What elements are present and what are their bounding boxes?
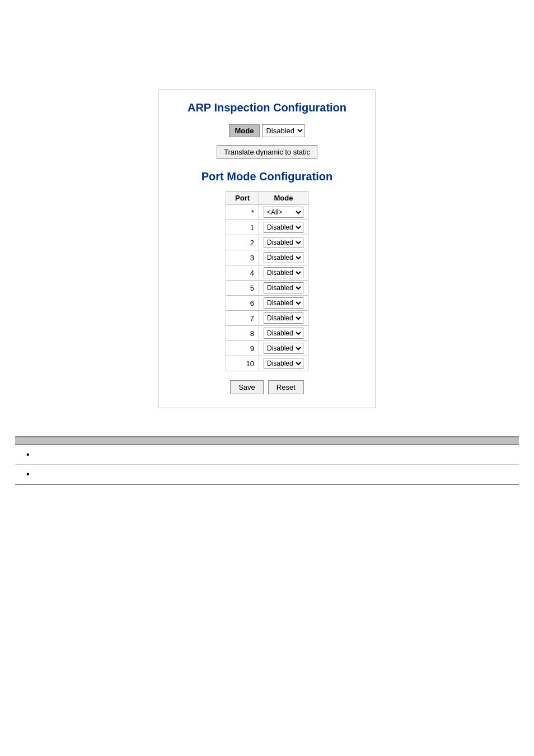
page-wrapper: ARP Inspection Configuration Mode Disabl… [0,0,534,485]
mode-cell: DisabledEnabledLog [259,356,308,371]
table-row: 2 DisabledEnabledLog [226,235,308,250]
port-cell: 8 [226,326,259,341]
port-mode-select-4[interactable]: DisabledEnabledLog [264,267,303,278]
table-row: 5 DisabledEnabledLog [226,281,308,296]
mode-select[interactable]: Disabled Enabled [262,124,305,137]
info-content-1 [110,445,519,465]
mode-cell: DisabledEnabledLog [259,281,308,296]
mode-row: Mode Disabled Enabled [175,124,359,137]
table-row: 6 DisabledEnabledLog [226,296,308,311]
mode-cell: DisabledEnabledLog [259,341,308,356]
info-row-1: • [15,445,519,465]
port-config-title: Port Mode Configuration [175,170,359,183]
port-cell: 3 [226,250,259,265]
port-cell: 2 [226,235,259,250]
info-bullet-2: • [15,465,110,485]
port-col-header: Port [226,192,259,205]
port-cell: 6 [226,296,259,311]
port-mode-select-6[interactable]: DisabledEnabledLog [264,297,303,309]
mode-cell: DisabledEnabledLog [259,296,308,311]
table-row: * <All> Disabled Enabled Log [226,205,308,220]
port-mode-select-3[interactable]: DisabledEnabledLog [264,252,303,263]
table-row: 10 DisabledEnabledLog [226,356,308,371]
port-mode-select-wildcard[interactable]: <All> Disabled Enabled Log [264,207,303,218]
info-table: • • [15,436,519,485]
port-mode-select-1[interactable]: DisabledEnabledLog [264,222,303,233]
table-row: 9 DisabledEnabledLog [226,341,308,356]
table-row: 8 DisabledEnabledLog [226,326,308,341]
info-bullet-1: • [15,445,110,465]
info-col-header-2 [110,437,519,445]
mode-cell: DisabledEnabledLog [259,235,308,250]
mode-cell: DisabledEnabledLog [259,250,308,265]
arp-config-title: ARP Inspection Configuration [175,101,359,114]
info-table-wrapper: • • [15,436,519,485]
table-row: 3 DisabledEnabledLog [226,250,308,265]
port-cell: 1 [226,220,259,235]
mode-col-header: Mode [259,192,308,205]
info-content-2 [110,465,519,485]
mode-cell: DisabledEnabledLog [259,326,308,341]
config-box: ARP Inspection Configuration Mode Disabl… [158,90,376,408]
table-row: 4 DisabledEnabledLog [226,265,308,281]
port-cell: 10 [226,356,259,371]
mode-cell: <All> Disabled Enabled Log [259,205,308,220]
port-mode-select-8[interactable]: DisabledEnabledLog [264,328,303,339]
mode-cell: DisabledEnabledLog [259,220,308,235]
action-row: Save Reset [175,380,359,394]
port-cell: 5 [226,281,259,296]
port-cell: 4 [226,265,259,281]
mode-cell: DisabledEnabledLog [259,311,308,326]
save-button[interactable]: Save [230,380,264,394]
port-mode-select-5[interactable]: DisabledEnabledLog [264,282,303,293]
translate-dynamic-to-static-button[interactable]: Translate dynamic to static [217,145,317,159]
port-mode-select-9[interactable]: DisabledEnabledLog [264,343,303,354]
port-mode-table: Port Mode * <All> Disabled Enabled Log [226,191,308,371]
port-cell: 7 [226,311,259,326]
table-row: 1 DisabledEnabledLog [226,220,308,235]
info-col-header-1 [15,437,110,445]
port-cell: * [226,205,259,220]
port-mode-select-10[interactable]: DisabledEnabledLog [264,358,303,369]
port-cell: 9 [226,341,259,356]
mode-cell: DisabledEnabledLog [259,265,308,281]
table-row: 7 DisabledEnabledLog [226,311,308,326]
port-mode-select-2[interactable]: DisabledEnabledLog [264,237,303,248]
mode-label: Mode [229,124,260,137]
info-row-2: • [15,465,519,485]
port-mode-select-7[interactable]: DisabledEnabledLog [264,312,303,324]
reset-button[interactable]: Reset [268,380,304,394]
